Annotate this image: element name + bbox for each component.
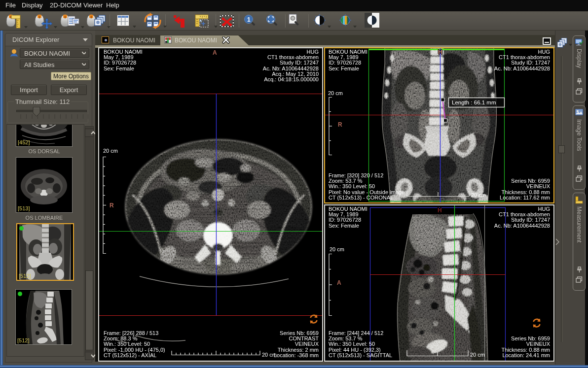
- svg-text:20 cm: 20 cm: [330, 246, 344, 252]
- svg-text:1: 1: [247, 16, 251, 23]
- svg-text:20 cm: 20 cm: [471, 192, 486, 198]
- svg-text:20 cm: 20 cm: [470, 352, 485, 358]
- svg-text:20 cm: 20 cm: [328, 90, 343, 96]
- svg-text:Length : 66.1 mm: Length : 66.1 mm: [452, 100, 496, 105]
- svg-text:20 cm: 20 cm: [103, 148, 118, 154]
